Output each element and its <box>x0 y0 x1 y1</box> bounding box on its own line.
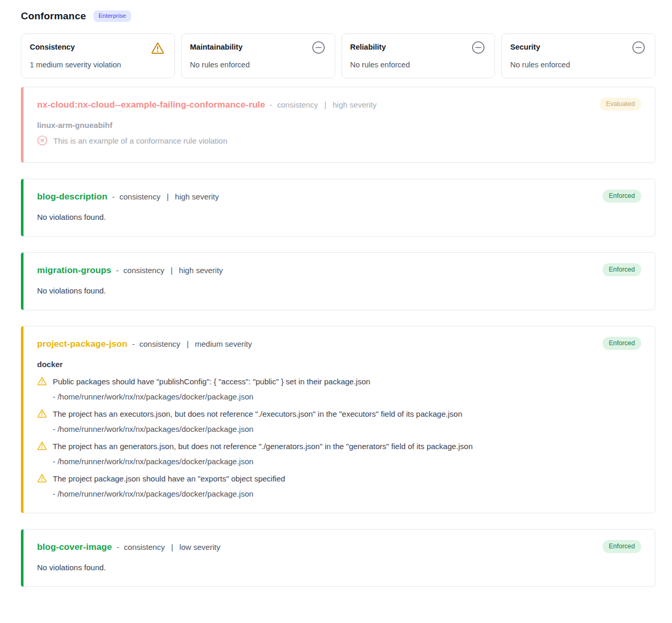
rule-card-example-failing: nx-cloud:nx-cloud--example-failing-confo… <box>21 87 655 163</box>
rule-severity: medium severity <box>195 339 252 348</box>
warning-triangle-icon <box>37 376 47 388</box>
summary-card-head: Maintainability <box>190 42 326 56</box>
summary-card-maintainability: Maintainability No rules enforced <box>181 33 335 78</box>
meta-pipe: | <box>186 339 188 348</box>
summary-card-status: No rules enforced <box>510 61 646 69</box>
violation-file-path: - /home/runner/work/nx/nx/packages/docke… <box>53 392 641 401</box>
rule-body-text: No violations found. <box>37 286 641 295</box>
violation-row: The project has an executors.json, but d… <box>37 409 641 420</box>
page-title: Conformance <box>21 10 86 22</box>
rule-severity: high severity <box>175 192 219 201</box>
violation-row: This is an example of a conformance rule… <box>37 136 641 148</box>
violation-row: Public packages should have "publishConf… <box>37 377 641 388</box>
meta-pipe: | <box>171 543 173 551</box>
violation-file-path: - /home/runner/work/nx/nx/packages/docke… <box>53 457 641 466</box>
rule-name-link[interactable]: migration-groups <box>37 265 111 276</box>
status-badge-enforced: Enforced <box>603 337 641 350</box>
error-circle-icon <box>37 135 48 148</box>
rule-head: blog-description - consistency | high se… <box>37 192 641 202</box>
meta-dash: - <box>116 266 119 275</box>
warning-triangle-icon <box>150 41 165 57</box>
rule-name-link[interactable]: nx-cloud:nx-cloud--example-failing-confo… <box>37 100 265 110</box>
rule-category: consistency <box>124 543 164 551</box>
summary-card-title: Reliability <box>350 42 386 51</box>
violation-file-path: - /home/runner/work/nx/nx/packages/docke… <box>53 425 641 433</box>
rule-body-text: No violations found. <box>37 213 641 221</box>
summary-card-status: No rules enforced <box>350 61 487 69</box>
summary-card-security: Security No rules enforced <box>501 33 655 78</box>
minus-circle-icon <box>471 41 485 56</box>
violation-message: This is an example of a conformance rule… <box>53 136 228 146</box>
rule-category: consistency <box>139 339 180 348</box>
rule-name-link[interactable]: blog-description <box>37 192 108 202</box>
meta-pipe: | <box>167 192 169 201</box>
status-badge-enforced: Enforced <box>603 540 641 553</box>
warning-triangle-icon <box>37 408 47 420</box>
violation-row: The project has an generators.json, but … <box>37 441 641 453</box>
project-name: docker <box>37 360 641 369</box>
violation-row: The project package.json should have an … <box>37 474 641 485</box>
rule-severity: high severity <box>333 100 376 109</box>
summary-card-title: Maintainability <box>190 42 243 51</box>
rule-category: consistency <box>277 100 318 109</box>
enterprise-plan-badge: Enterprise <box>93 10 131 22</box>
summary-card-head: Security <box>510 42 646 56</box>
status-badge-evaluated: Evaluated <box>599 98 641 111</box>
summary-card-title: Security <box>510 42 540 51</box>
meta-pipe: | <box>324 100 326 109</box>
violation-message: The project has an generators.json, but … <box>53 441 473 452</box>
violation-message: The project package.json should have an … <box>53 474 285 484</box>
violation-file-path: - /home/runner/work/nx/nx/packages/docke… <box>53 489 641 498</box>
status-badge-enforced: Enforced <box>603 190 641 203</box>
rule-card-migration-groups: migration-groups - consistency | high se… <box>21 252 655 310</box>
summary-card-head: Consistency <box>30 42 166 57</box>
summary-card-consistency: Consistency 1 medium severity violation <box>21 33 175 78</box>
rule-card-project-package-json: project-package-json - consistency | med… <box>21 326 655 513</box>
rule-head: project-package-json - consistency | med… <box>37 339 641 349</box>
rule-category: consistency <box>120 192 160 201</box>
rule-card-blog-description: blog-description - consistency | high se… <box>21 179 655 237</box>
warning-triangle-icon <box>37 473 47 485</box>
rule-head: blog-cover-image - consistency | low sev… <box>37 542 641 553</box>
summary-card-title: Consistency <box>30 42 75 51</box>
minus-circle-icon <box>632 41 645 56</box>
project-name: linux-arm-gnueabihf <box>37 121 641 130</box>
rule-body-text: No violations found. <box>37 563 641 572</box>
summary-card-status: 1 medium severity violation <box>30 61 166 69</box>
violation-message: Public packages should have "publishConf… <box>53 377 370 387</box>
rule-name-link[interactable]: project-package-json <box>37 339 127 349</box>
conformance-page: Conformance Enterprise Consistency 1 med… <box>0 0 672 606</box>
summary-card-head: Reliability <box>350 42 487 56</box>
meta-dash: - <box>270 100 273 109</box>
rule-name-link[interactable]: blog-cover-image <box>37 542 112 553</box>
rule-category: consistency <box>123 266 164 275</box>
rule-head: migration-groups - consistency | high se… <box>37 265 641 276</box>
warning-triangle-icon <box>37 441 47 453</box>
minus-circle-icon <box>312 41 325 56</box>
meta-dash: - <box>112 192 115 201</box>
status-badge-enforced: Enforced <box>603 263 641 276</box>
meta-dash: - <box>132 339 135 348</box>
summary-card-status: No rules enforced <box>190 61 326 69</box>
page-header: Conformance Enterprise <box>21 10 655 22</box>
summary-card-reliability: Reliability No rules enforced <box>341 33 496 78</box>
category-summary-grid: Consistency 1 medium severity violation … <box>21 33 655 78</box>
rule-card-blog-cover-image: blog-cover-image - consistency | low sev… <box>21 529 655 587</box>
meta-pipe: | <box>171 266 173 275</box>
rule-head: nx-cloud:nx-cloud--example-failing-confo… <box>37 100 641 110</box>
rule-severity: low severity <box>180 543 220 551</box>
rule-severity: high severity <box>179 266 223 275</box>
meta-dash: - <box>116 543 119 551</box>
violation-message: The project has an executors.json, but d… <box>53 409 462 419</box>
